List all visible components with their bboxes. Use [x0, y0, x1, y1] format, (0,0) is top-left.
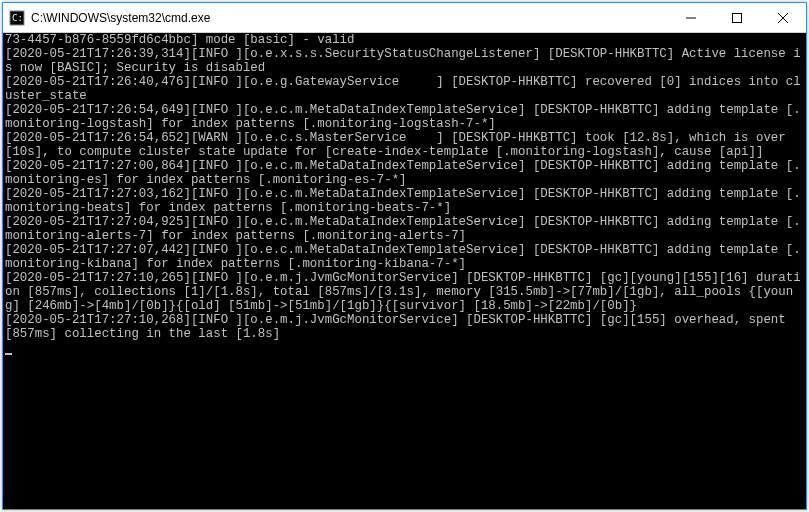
window-title: C:\WINDOWS\system32\cmd.exe: [31, 11, 668, 25]
close-button[interactable]: [760, 3, 806, 32]
svg-rect-3: [733, 13, 742, 22]
console-output[interactable]: 73-4457-b876-8559fd6c4bbc] mode [basic] …: [3, 33, 806, 509]
cmd-icon: C:: [9, 10, 25, 26]
maximize-icon: [732, 13, 742, 23]
close-icon: [778, 13, 788, 23]
cursor: [5, 353, 12, 355]
cmd-window: C: C:\WINDOWS\system32\cmd.exe 73-4457-b…: [2, 2, 807, 510]
console-text: 73-4457-b876-8559fd6c4bbc] mode [basic] …: [5, 33, 801, 341]
minimize-button[interactable]: [668, 3, 714, 32]
maximize-button[interactable]: [714, 3, 760, 32]
titlebar[interactable]: C: C:\WINDOWS\system32\cmd.exe: [3, 3, 806, 33]
svg-text:C:: C:: [12, 13, 23, 23]
window-controls: [668, 3, 806, 32]
minimize-icon: [686, 13, 696, 23]
